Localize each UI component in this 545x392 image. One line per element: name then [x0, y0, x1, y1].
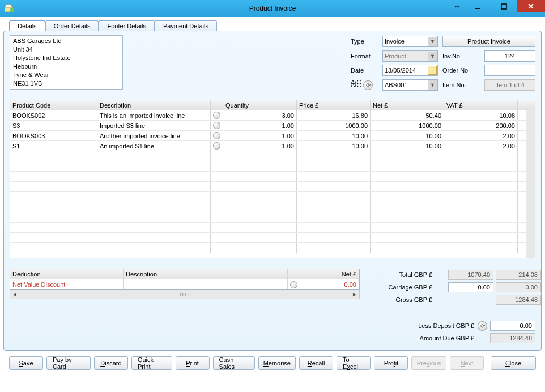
orderno-label: Order No — [442, 67, 480, 74]
horizontal-scrollbar[interactable]: ◄ IIII ► — [10, 290, 360, 299]
tab-order-details[interactable]: Order Details — [45, 20, 99, 31]
amount-due-label: Amount Due GBP £ — [371, 335, 475, 342]
table-row[interactable]: S1An imported S1 line1.0010.0010.002.00 — [10, 141, 535, 151]
address-box[interactable]: ABS Garages Ltd Unit 34 Holystone Ind Es… — [10, 35, 123, 90]
deduction-desc — [124, 279, 288, 289]
row-action-icon[interactable] — [213, 122, 220, 129]
table-row[interactable] — [10, 212, 535, 223]
table-row[interactable] — [10, 192, 535, 202]
table-row[interactable] — [10, 182, 535, 192]
details-panel: ABS Garages Ltd Unit 34 Holystone Ind Es… — [3, 31, 542, 351]
orderno-field[interactable] — [484, 65, 535, 76]
maximize-button[interactable] — [491, 0, 517, 12]
table-row[interactable] — [10, 172, 535, 182]
next-button: Next — [450, 356, 484, 370]
cell-vat: 2.00 — [444, 131, 518, 140]
carriage-net[interactable]: 0.00 — [448, 282, 493, 292]
col-description[interactable]: Description — [97, 100, 211, 110]
col-ded-desc[interactable]: Description — [124, 269, 288, 279]
cash-sales-button[interactable]: Cash Sales — [213, 356, 255, 370]
product-invoice-button[interactable]: Product Invoice — [442, 36, 535, 47]
table-row[interactable]: BOOKS003Another imported invoice line1.0… — [10, 131, 535, 141]
col-net[interactable]: Net £ — [371, 100, 444, 110]
quick-print-button[interactable]: Quick Print — [131, 356, 172, 370]
tab-bar: Details Order Details Footer Details Pay… — [9, 20, 542, 31]
scroll-right-icon[interactable]: ► — [350, 291, 359, 297]
table-row[interactable] — [10, 202, 535, 212]
total-net: 1070.40 — [448, 270, 493, 280]
svg-rect-1 — [6, 5, 11, 7]
tab-details[interactable]: Details — [9, 20, 45, 31]
ac-lookup-icon[interactable]: ⟳ — [363, 80, 373, 90]
less-deposit-value[interactable]: 0.00 — [490, 321, 535, 331]
carriage-label: Carriage GBP £ — [371, 284, 433, 291]
cell-qty: 1.00 — [223, 131, 297, 140]
chevron-down-icon: ▼ — [428, 80, 437, 90]
col-ded-net[interactable]: Net £ — [300, 269, 359, 279]
ac-label-cell: A/C ⟳ — [351, 80, 378, 90]
cell-net: 50.40 — [371, 110, 444, 120]
address-line: Unit 34 — [13, 45, 120, 54]
memorise-button[interactable]: Memorise — [258, 356, 296, 370]
deduction-table[interactable]: Deduction Description Net £ Net Value Di… — [10, 269, 360, 290]
table-row[interactable] — [10, 161, 535, 172]
close-window-button[interactable] — [517, 0, 545, 12]
row-action-icon[interactable] — [213, 132, 220, 139]
table-row[interactable] — [10, 223, 535, 233]
table-row[interactable]: BOOKS002This is an imported invoice line… — [10, 110, 535, 121]
invno-label: Inv.No. — [442, 53, 480, 59]
col-vat[interactable]: VAT £ — [444, 100, 518, 110]
gross-value: 1284.48 — [496, 295, 541, 305]
profit-button[interactable]: Profit — [374, 356, 408, 370]
table-row[interactable]: S3Imported S3 line1.001000.001000.00200.… — [10, 121, 535, 131]
pay-by-card-button[interactable]: Pay by Card — [46, 356, 91, 370]
recall-button[interactable]: Recall — [299, 356, 333, 370]
header-ac-row: A/C ⟳ ABS001 ▼ Item No. Item 1 of 4 — [351, 79, 535, 91]
table-row[interactable] — [10, 151, 535, 161]
chevron-down-icon: ▼ — [428, 37, 437, 46]
address-line: NE31 1VB — [13, 79, 120, 88]
titlebar: Product Invoice ↔ — [0, 0, 545, 17]
minimize-button[interactable] — [465, 0, 491, 12]
address-line: Hebburn — [13, 62, 120, 71]
ac-combo[interactable]: ABS001 ▼ — [382, 79, 438, 91]
vertical-scrollbar[interactable] — [526, 110, 535, 258]
cell-vat: 200.00 — [444, 121, 518, 130]
close-button[interactable]: Close — [491, 356, 536, 370]
col-quantity[interactable]: Quantity — [223, 100, 297, 110]
calendar-icon[interactable] — [428, 66, 437, 75]
svg-rect-4 — [501, 4, 506, 9]
cell-code: BOOKS003 — [10, 131, 97, 140]
itemno-field: Item 1 of 4 — [484, 79, 535, 91]
previous-button: Previous — [411, 356, 446, 370]
scroll-left-icon[interactable]: ◄ — [10, 291, 19, 297]
cell-desc: Imported S3 line — [97, 121, 211, 130]
col-price[interactable]: Price £ — [297, 100, 371, 110]
type-combo[interactable]: Invoice ▼ — [382, 36, 438, 47]
col-product-code[interactable]: Product Code — [10, 100, 97, 110]
cell-net: 1000.00 — [371, 121, 444, 130]
svg-point-2 — [10, 8, 14, 12]
discard-button[interactable]: Discard — [94, 356, 128, 370]
table-row[interactable] — [10, 233, 535, 243]
line-items-table[interactable]: Product Code Description Quantity Price … — [10, 100, 535, 258]
cell-desc: Another imported invoice line — [97, 131, 211, 140]
row-action-icon[interactable] — [213, 112, 220, 119]
cell-vat: 2.00 — [444, 141, 518, 151]
row-action-icon[interactable] — [290, 281, 297, 288]
save-button[interactable]: Save — [9, 356, 43, 370]
row-action-icon[interactable] — [213, 142, 220, 150]
deduction-name: Net Value Discount — [10, 279, 124, 289]
to-excel-button[interactable]: To Excel — [337, 356, 371, 370]
tab-payment-details[interactable]: Payment Details — [155, 20, 217, 31]
deduction-row[interactable]: Net Value Discount 0.00 — [10, 279, 359, 289]
invno-field[interactable]: 124 — [484, 50, 535, 62]
total-label: Total GBP £ — [371, 271, 433, 278]
total-vat: 214.08 — [496, 270, 541, 280]
table-row[interactable] — [10, 243, 535, 253]
deposit-lookup-icon[interactable]: ⟳ — [478, 321, 487, 331]
date-field[interactable]: 13/05/2014 — [382, 65, 438, 76]
col-deduction[interactable]: Deduction — [10, 269, 124, 279]
tab-footer-details[interactable]: Footer Details — [99, 20, 154, 31]
print-button[interactable]: Print — [176, 356, 210, 370]
